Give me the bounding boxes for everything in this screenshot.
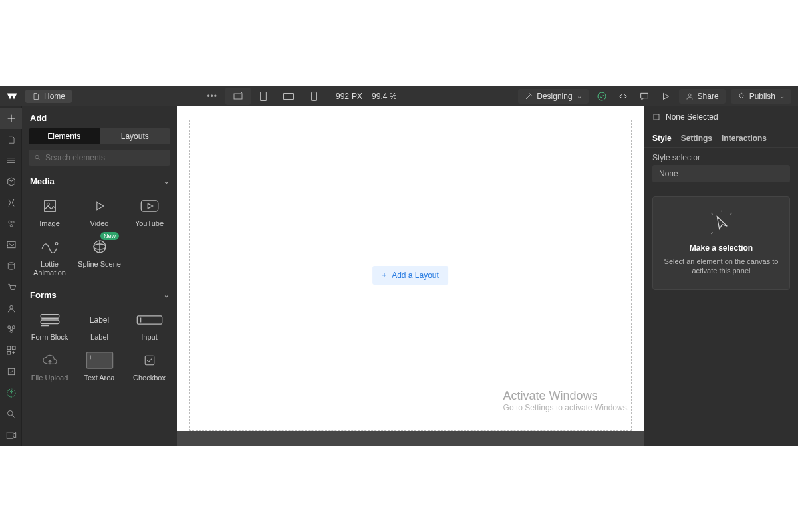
- rail-components-icon[interactable]: [0, 171, 22, 192]
- style-selector-label: Style selector: [652, 153, 790, 162]
- rail-cms-icon[interactable]: [0, 255, 22, 277]
- svg-rect-31: [41, 325, 49, 326]
- rp-tab-settings[interactable]: Settings: [681, 134, 712, 143]
- svg-point-22: [35, 155, 39, 158]
- svg-rect-35: [654, 114, 659, 120]
- element-textarea[interactable]: Text Area: [74, 347, 124, 384]
- rp-tab-style[interactable]: Style: [652, 134, 672, 143]
- section-forms-label: Forms: [30, 290, 57, 300]
- wand-icon: [525, 92, 533, 100]
- rail-navigator-icon[interactable]: [0, 150, 22, 172]
- designing-mode-button[interactable]: Designing ⌄: [518, 89, 588, 104]
- desktop-device-button[interactable]: [225, 88, 251, 105]
- right-panel: None Selected Style Settings Interaction…: [644, 106, 798, 446]
- selection-indicator: None Selected: [644, 106, 798, 128]
- rail-styles-icon[interactable]: [0, 213, 22, 235]
- textarea-icon: [85, 351, 114, 370]
- svg-point-10: [8, 263, 14, 265]
- code-icon[interactable]: [615, 88, 631, 104]
- element-video-label: Video: [90, 219, 109, 228]
- page-home-chip[interactable]: Home: [25, 90, 72, 103]
- element-spline[interactable]: New Spline Scene: [74, 233, 124, 279]
- rail-users-icon[interactable]: [0, 298, 22, 319]
- tab-elements[interactable]: Elements: [29, 128, 100, 144]
- share-label: Share: [698, 92, 719, 101]
- element-file-upload[interactable]: File Upload: [25, 347, 74, 384]
- make-selection-card: Make a selection Select an element on th…: [652, 196, 790, 290]
- element-lottie[interactable]: Lottie Animation: [25, 233, 74, 279]
- section-media-label: Media: [30, 176, 55, 186]
- rail-pages-icon[interactable]: [0, 129, 22, 150]
- more-menu-icon[interactable]: •••: [207, 92, 217, 101]
- chevron-down-icon: ⌄: [779, 92, 785, 100]
- element-checkbox[interactable]: Checkbox: [124, 347, 174, 384]
- publish-button[interactable]: Publish ⌄: [731, 89, 791, 104]
- tab-layouts[interactable]: Layouts: [100, 128, 171, 144]
- svg-rect-15: [7, 346, 11, 350]
- element-video[interactable]: Video: [74, 193, 124, 229]
- rail-help-icon[interactable]: [0, 382, 22, 404]
- style-selector-section: Style selector None: [644, 148, 798, 188]
- svg-point-6: [8, 221, 10, 223]
- rp-tab-interactions[interactable]: Interactions: [722, 134, 767, 143]
- element-form-block[interactable]: Form Block: [25, 307, 74, 343]
- rail-variables-icon[interactable]: [0, 192, 22, 213]
- svg-rect-34: [145, 356, 154, 365]
- svg-point-5: [688, 94, 691, 96]
- share-button[interactable]: Share: [679, 89, 726, 104]
- element-youtube[interactable]: YouTube: [124, 193, 174, 229]
- svg-rect-23: [44, 201, 55, 212]
- svg-point-26: [55, 243, 58, 245]
- element-image[interactable]: Image: [25, 193, 74, 229]
- selection-label: None Selected: [666, 112, 718, 122]
- section-forms-header[interactable]: Forms ⌄: [22, 286, 177, 304]
- add-layout-button[interactable]: + Add a Layout: [372, 266, 448, 285]
- rail-ecommerce-icon[interactable]: [0, 277, 22, 298]
- mobile-device-button[interactable]: [301, 88, 327, 105]
- rail-logic-icon[interactable]: [0, 319, 22, 340]
- search-elements[interactable]: [29, 150, 170, 166]
- add-panel: Add Elements Layouts Media ⌄ Image: [22, 106, 177, 446]
- right-panel-tabs: Style Settings Interactions: [644, 128, 798, 148]
- rail-assets-icon[interactable]: [0, 235, 22, 256]
- rail-search-icon[interactable]: [0, 404, 22, 425]
- make-selection-title: Make a selection: [661, 243, 781, 253]
- status-ok-icon[interactable]: [594, 88, 610, 104]
- page-icon: [32, 92, 40, 100]
- section-media-header[interactable]: Media ⌄: [22, 172, 177, 190]
- element-fileupload-label: File Upload: [31, 374, 68, 382]
- rail-add-icon[interactable]: [0, 108, 22, 129]
- svg-point-7: [11, 221, 13, 223]
- preview-play-icon[interactable]: [658, 88, 674, 104]
- webflow-logo-icon[interactable]: [3, 88, 20, 104]
- rail-video-icon[interactable]: [0, 424, 22, 446]
- search-input[interactable]: [45, 153, 165, 162]
- svg-rect-25: [141, 201, 158, 211]
- svg-rect-2: [284, 93, 294, 99]
- tablet-landscape-button[interactable]: [276, 88, 301, 105]
- svg-rect-33: [86, 352, 112, 368]
- rail-apps-icon[interactable]: [0, 340, 22, 361]
- element-label[interactable]: Label Label: [74, 307, 124, 343]
- tablet-icon: [259, 91, 267, 102]
- chevron-down-icon: ⌄: [577, 92, 582, 100]
- panel-tabs: Elements Layouts: [29, 128, 170, 144]
- element-lottie-label: Lottie Animation: [26, 260, 73, 277]
- label-text-icon: Label: [90, 315, 109, 325]
- comment-icon[interactable]: [636, 88, 652, 104]
- rail-audit-icon[interactable]: [0, 361, 22, 382]
- tablet-device-button[interactable]: [251, 88, 276, 105]
- input-icon: [135, 315, 164, 325]
- topbar: Home ••• 992 PX 99.4 %: [0, 86, 798, 106]
- design-canvas[interactable]: + Add a Layout Activate Windows Go to Se…: [177, 106, 644, 431]
- canvas-zoom: 99.4 %: [372, 92, 396, 101]
- style-selector-value[interactable]: None: [652, 165, 790, 182]
- lottie-icon: [41, 240, 59, 253]
- svg-point-11: [9, 305, 13, 309]
- element-input[interactable]: Input: [124, 307, 174, 343]
- element-image-label: Image: [39, 219, 60, 228]
- globe-icon: [92, 239, 108, 255]
- desktop-star-icon: [233, 92, 243, 101]
- element-label-label: Label: [90, 333, 108, 342]
- search-icon: [34, 154, 41, 162]
